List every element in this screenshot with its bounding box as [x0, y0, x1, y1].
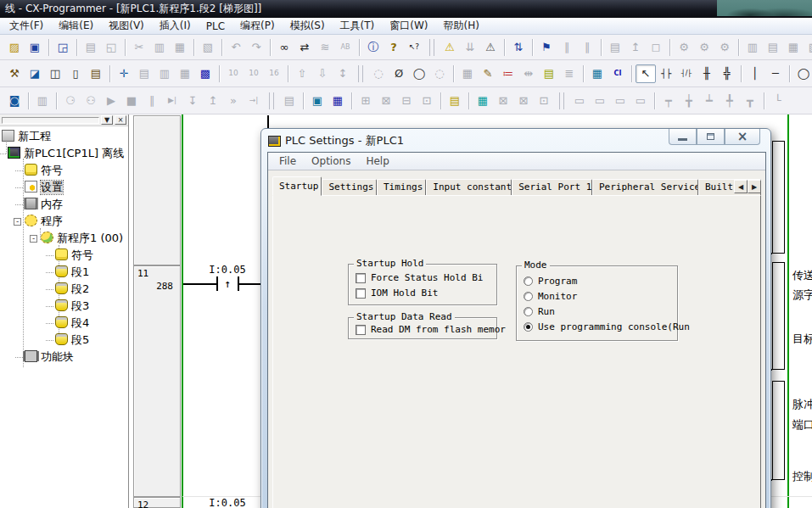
mode-run-radio[interactable]: Run — [524, 306, 555, 317]
new-or-contact-button[interactable]: ╫ — [697, 64, 717, 83]
tree-expander-icon[interactable]: - — [30, 235, 37, 243]
rung-gutter-cell-11[interactable]: 11 288 — [133, 265, 181, 497]
menu-help[interactable]: 帮助(H) — [436, 17, 487, 35]
tab-startup[interactable]: Startup — [272, 176, 322, 196]
data-trace-button[interactable]: ▦ — [473, 92, 493, 110]
dialog-close-button[interactable]: × — [725, 129, 760, 145]
help-contents-button[interactable]: ? — [384, 38, 404, 57]
cut-button: ✂ — [129, 38, 149, 57]
dialog-title-bar[interactable]: PLC Settings - 新PLC1 — [268, 133, 404, 148]
work-online-simulator-button[interactable]: ⚑ — [536, 38, 557, 57]
tree-item-symbols[interactable]: 符号 — [0, 162, 128, 179]
simulator-layers-button[interactable]: ▣ — [307, 92, 328, 110]
tree-item-label: 程序 — [41, 215, 63, 228]
window-nodes-button[interactable]: ◫ — [45, 64, 65, 83]
dialog-window-controls: × — [669, 129, 760, 145]
annotation-list-button[interactable]: ≔ — [498, 64, 518, 83]
tree-item-section5[interactable]: 段5 — [0, 332, 128, 349]
zoom-cancel-button[interactable]: Ø — [389, 64, 409, 83]
cross-reference-button[interactable]: ✛ — [114, 64, 134, 83]
settings-icon — [25, 181, 37, 193]
select-mode-button[interactable]: ↖ — [636, 64, 656, 83]
properties-button[interactable]: ▤ — [86, 64, 106, 83]
mode-programming-console-radio[interactable]: Use programming console(Run — [524, 321, 690, 332]
dialog-menu-help[interactable]: Help — [358, 154, 396, 169]
io-graph-button[interactable]: ◪ — [25, 64, 45, 83]
find-warning-button[interactable]: ⚠ — [480, 38, 501, 57]
tree-item-section3[interactable]: 段3 — [0, 298, 128, 315]
binary-monitor-button[interactable]: ▩ — [195, 64, 216, 83]
rung-comment-button[interactable]: ✎ — [478, 64, 498, 83]
save-project-button[interactable]: ▣ — [25, 38, 45, 57]
tree-item-programs[interactable]: -程序 — [0, 213, 128, 230]
tab-input-constant[interactable]: Input constant — [426, 179, 512, 195]
iom-hold-bit-checkbox[interactable]: IOM Hold Bit — [356, 287, 438, 299]
menu-program[interactable]: 编程(P) — [232, 17, 283, 35]
tree-item-project[interactable]: 新工程 — [0, 128, 128, 145]
new-horizontal-button[interactable]: ─ — [765, 64, 786, 83]
dialog-menu-file[interactable]: File — [272, 154, 304, 169]
workspace-dropdown-button[interactable]: ▼ — [101, 115, 113, 125]
monitor-sampling-button[interactable]: ▦ — [587, 64, 608, 83]
options-tool-button[interactable]: ⚒ — [4, 64, 25, 83]
menu-window[interactable]: 窗口(W) — [382, 17, 435, 35]
find-button[interactable]: ∞ — [274, 38, 294, 57]
new-contact-button[interactable]: ┤├ — [656, 64, 676, 83]
compile-all-check-button[interactable]: ⚠ — [440, 38, 460, 57]
tree-item-program1-symbols[interactable]: 符号 — [0, 247, 128, 264]
tree-expander-icon[interactable]: - — [14, 218, 21, 226]
compile-program-view-button[interactable]: ◲ — [53, 38, 73, 57]
new-window-button[interactable]: ▯ — [65, 64, 86, 83]
replace-icon: ⇄ — [300, 42, 310, 53]
function-block-list-button[interactable]: ▤ — [445, 92, 465, 110]
plc-online-toggle-button[interactable]: ◙ — [4, 92, 25, 110]
menu-tools[interactable]: 工具(T) — [333, 17, 383, 35]
open-project-button[interactable]: ▨ — [4, 38, 25, 57]
new-window-icon: ▯ — [72, 68, 78, 79]
menu-edit[interactable]: 编辑(E) — [51, 17, 101, 35]
show-symbol-bar-button[interactable]: ▤ — [539, 64, 559, 83]
rung-gutter-cell-12[interactable]: 12 — [133, 497, 181, 508]
tab-scroll-left-button[interactable]: ◀ — [734, 180, 748, 193]
tab-scroll-right-button[interactable]: ▶ — [748, 180, 761, 193]
tree-item-function-blocks[interactable]: 功能块 — [0, 349, 128, 366]
tab-timings[interactable]: Timings — [377, 179, 426, 195]
about-info-button[interactable]: ⓘ — [363, 38, 384, 57]
ci-view-button[interactable]: CI — [608, 64, 628, 83]
dialog-minimize-button[interactable] — [669, 129, 697, 145]
new-or-closed-contact-button[interactable]: ╬ — [717, 64, 737, 83]
tree-item-section1[interactable]: 段1 — [0, 264, 128, 281]
force-status-hold-bit-checkbox[interactable]: Force Status Hold Bi — [356, 272, 483, 283]
dialog-restore-button[interactable] — [697, 129, 725, 145]
compile-program-view-icon: ◲ — [58, 42, 68, 53]
menu-insert[interactable]: 插入(I) — [152, 17, 199, 35]
menu-simulation[interactable]: 模拟(S) — [283, 17, 333, 35]
rung-gutter-cell[interactable] — [133, 115, 181, 265]
dialog-menu-options[interactable]: Options — [304, 154, 358, 169]
context-help-button[interactable]: ↖? — [404, 38, 424, 57]
tree-item-memory[interactable]: 内存 — [0, 196, 128, 213]
io-dialog-button[interactable]: ▦ — [328, 92, 348, 110]
menu-file[interactable]: 文件(F) — [2, 17, 51, 35]
tab-peripheral-service[interactable]: Peripheral Service — [592, 179, 698, 195]
new-closed-contact-button[interactable]: ┤/├ — [676, 64, 697, 83]
new-coil-button[interactable]: ◯ — [793, 64, 812, 83]
read-dm-from-flash-checkbox[interactable]: Read DM from flash memor — [356, 324, 506, 335]
mode-monitor-radio[interactable]: Monitor — [524, 291, 577, 302]
mode-program-radio[interactable]: Program — [524, 276, 577, 287]
tree-item-settings[interactable]: 设置 — [0, 179, 128, 196]
menu-plc[interactable]: PLC — [199, 19, 232, 34]
replace-button[interactable]: ⇄ — [294, 38, 315, 57]
tree-item-section4[interactable]: 段4 — [0, 315, 128, 332]
menu-view[interactable]: 视图(V) — [101, 17, 152, 35]
tree-item-program1[interactable]: -新程序1 (00) — [0, 230, 128, 247]
workspace-close-button[interactable]: × — [115, 115, 126, 125]
workspace-drag-grip[interactable] — [2, 117, 99, 124]
zoom-in-button[interactable]: ◯ — [409, 64, 429, 83]
tree-item-section2[interactable]: 段2 — [0, 281, 128, 298]
new-vertical-button[interactable]: │ — [745, 64, 765, 83]
tab-serial-port-1[interactable]: Serial Port 1 — [512, 179, 592, 195]
tree-item-plc1[interactable]: 新PLC1[CP1L] 离线 — [0, 145, 128, 162]
transfer-to-plc-button[interactable]: ⇅ — [508, 38, 529, 57]
tab-settings[interactable]: Settings — [322, 179, 376, 195]
